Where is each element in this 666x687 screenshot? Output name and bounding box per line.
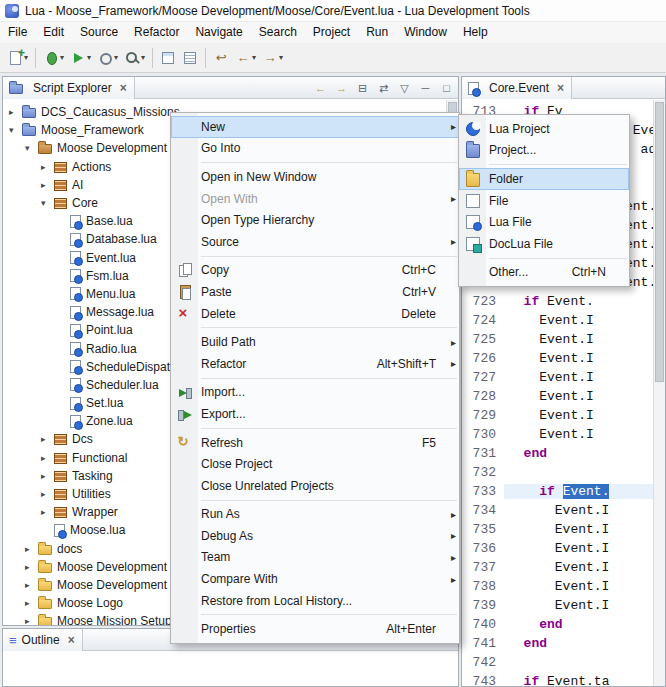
code-line-735[interactable]: 735 Event.I [462, 520, 665, 539]
code-line-740[interactable]: 740 end [462, 615, 665, 634]
menubar-window[interactable]: Window [396, 22, 455, 43]
menu-item-debug-as[interactable]: Debug As▸ [171, 525, 459, 547]
collapse-all-icon[interactable]: ⊟ [354, 79, 371, 97]
run-button[interactable]: ▾ [67, 46, 94, 70]
menubar-help[interactable]: Help [455, 22, 496, 43]
menu-item-lua-file[interactable]: Lua File [459, 211, 629, 233]
external-tools-button[interactable]: ▾ [94, 46, 121, 70]
menu-item-restore-from-local-history[interactable]: Restore from Local History... [171, 590, 459, 612]
expand-icon[interactable]: ▸ [9, 107, 22, 117]
code-line-723[interactable]: 723 if Event. [462, 292, 665, 311]
expand-icon[interactable]: ▸ [25, 580, 38, 590]
menu-item-copy[interactable]: CopyCtrl+C [171, 260, 459, 282]
link-with-editor-icon[interactable]: ⇄ [375, 79, 392, 97]
expand-icon[interactable]: ▸ [41, 489, 54, 499]
menu-item-folder[interactable]: Folder [459, 168, 629, 190]
tab-outline[interactable]: ≡ Outline × [3, 629, 83, 651]
new-wizard-button[interactable]: ▾ [4, 46, 31, 70]
back-button[interactable]: ←▾ [232, 46, 259, 70]
code-line-728[interactable]: 728 Event.I [462, 387, 665, 406]
menu-item-project[interactable]: Project... [459, 140, 629, 162]
close-icon[interactable]: × [68, 633, 75, 647]
menubar-file[interactable]: File [0, 22, 35, 43]
expand-icon[interactable]: ▸ [41, 453, 54, 463]
code-line-731[interactable]: 731 end [462, 444, 665, 463]
code-line-729[interactable]: 729 Event.I [462, 406, 665, 425]
code-line-724[interactable]: 724 Event.I [462, 311, 665, 330]
view-menu-icon[interactable]: ▽ [396, 79, 413, 97]
code-line-743[interactable]: 743 if Event.ta [462, 672, 665, 686]
code-line-726[interactable]: 726 Event.I [462, 349, 665, 368]
menu-item-refresh[interactable]: RefreshF5 [171, 432, 459, 454]
menu-item-source[interactable]: Source▸ [171, 231, 459, 253]
forward-button[interactable]: →▾ [259, 46, 286, 70]
tab-script-explorer[interactable]: Script Explorer × [3, 77, 135, 99]
expand-icon[interactable]: ▸ [25, 616, 38, 625]
code-line-732[interactable]: 732 [462, 463, 665, 482]
menu-item-open-type-hierarchy[interactable]: Open Type Hierarchy [171, 209, 459, 231]
code-line-737[interactable]: 737 Event.I [462, 558, 665, 577]
collapse-icon[interactable]: ▾ [25, 143, 38, 153]
menu-item-paste[interactable]: PasteCtrl+V [171, 281, 459, 303]
close-icon[interactable]: × [557, 81, 564, 95]
collapse-icon[interactable]: ▾ [41, 198, 54, 208]
menu-item-go-into[interactable]: Go Into [171, 138, 459, 160]
menu-item-refactor[interactable]: RefactorAlt+Shift+T▸ [171, 353, 459, 375]
menu-item-file[interactable]: File [459, 190, 629, 212]
menu-item-open-with[interactable]: Open With▸ [171, 188, 459, 210]
menu-item-compare-with[interactable]: Compare With▸ [171, 568, 459, 590]
code-line-733[interactable]: 733 if Event. [462, 482, 665, 501]
forward-icon[interactable]: → [333, 79, 350, 97]
expand-icon[interactable]: ▸ [41, 434, 54, 444]
expand-icon[interactable]: ▸ [25, 544, 38, 554]
search-button[interactable]: ▾ [121, 46, 148, 70]
collapse-icon[interactable]: ▾ [9, 125, 22, 135]
code-line-734[interactable]: 734 Event.I [462, 501, 665, 520]
mark-occurrences-button[interactable] [179, 46, 201, 70]
code-line-739[interactable]: 739 Event.I [462, 596, 665, 615]
code-line-727[interactable]: 727 Event.I [462, 368, 665, 387]
last-edit-button[interactable]: ↩ [210, 46, 232, 70]
menu-item-open-in-new-window[interactable]: Open in New Window [171, 166, 459, 188]
menubar-edit[interactable]: Edit [35, 22, 72, 43]
code-line-730[interactable]: 730 Event.I [462, 425, 665, 444]
back-icon[interactable]: ← [312, 79, 329, 97]
code-line-736[interactable]: 736 Event.I [462, 539, 665, 558]
menu-item-other[interactable]: Other...Ctrl+N [459, 262, 629, 284]
code-line-741[interactable]: 741 end [462, 634, 665, 653]
maximize-icon[interactable]: □ [438, 79, 455, 97]
menu-item-lua-project[interactable]: Lua Project [459, 118, 629, 140]
menu-item-close-unrelated-projects[interactable]: Close Unrelated Projects [171, 475, 459, 497]
expand-icon[interactable]: ▸ [41, 180, 54, 190]
menu-item-import[interactable]: Import... [171, 382, 459, 404]
menubar-run[interactable]: Run [358, 22, 396, 43]
menu-item-doclua-file[interactable]: DocLua File [459, 233, 629, 255]
menubar-project[interactable]: Project [305, 22, 358, 43]
menu-item-close-project[interactable]: Close Project [171, 453, 459, 475]
menu-item-new[interactable]: New▸ [171, 116, 459, 138]
debug-button[interactable]: ▾ [40, 46, 67, 70]
expand-icon[interactable]: ▸ [25, 562, 38, 572]
code-line-725[interactable]: 725 Event.I [462, 330, 665, 349]
expand-icon[interactable]: ▸ [25, 598, 38, 608]
code-line-742[interactable]: 742 [462, 653, 665, 672]
menu-item-build-path[interactable]: Build Path▸ [171, 331, 459, 353]
code-line-738[interactable]: 738 Event.I [462, 577, 665, 596]
tab-core-event[interactable]: Core.Event × [462, 77, 572, 99]
menu-item-run-as[interactable]: Run As▸ [171, 504, 459, 526]
expand-icon[interactable]: ▸ [41, 507, 54, 517]
scrollbar-thumb[interactable] [655, 102, 664, 382]
editor-scrollbar[interactable] [653, 100, 665, 686]
open-element-button[interactable] [157, 46, 179, 70]
menu-item-properties[interactable]: PropertiesAlt+Enter [171, 618, 459, 640]
menu-item-delete[interactable]: DeleteDelete [171, 303, 459, 325]
close-icon[interactable]: × [120, 81, 127, 95]
expand-icon[interactable]: ▸ [41, 471, 54, 481]
menubar-refactor[interactable]: Refactor [126, 22, 187, 43]
menubar-navigate[interactable]: Navigate [187, 22, 250, 43]
menubar-search[interactable]: Search [251, 22, 305, 43]
menu-item-export[interactable]: Export... [171, 403, 459, 425]
expand-icon[interactable]: ▸ [41, 162, 54, 172]
minimize-icon[interactable]: ─ [417, 79, 434, 97]
menubar-source[interactable]: Source [72, 22, 126, 43]
